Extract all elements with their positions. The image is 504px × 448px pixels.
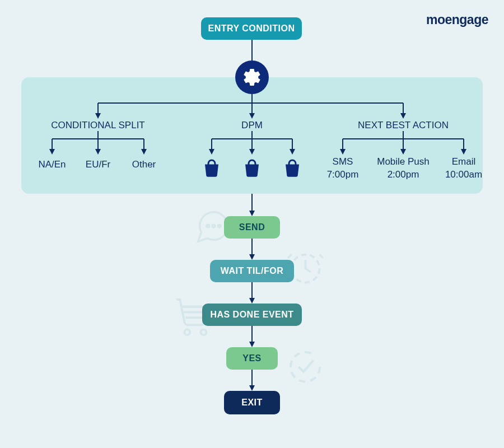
svg-marker-48 bbox=[249, 385, 255, 391]
svg-marker-42 bbox=[249, 254, 255, 260]
svg-marker-40 bbox=[249, 211, 255, 216]
exit-node: EXIT bbox=[224, 391, 280, 414]
flow-diagram: moengage ENTRY CONDITION bbox=[0, 0, 504, 448]
has-done-event-node: HAS DONE EVENT bbox=[202, 304, 302, 326]
send-node: SEND bbox=[224, 216, 280, 239]
yes-node: YES bbox=[226, 347, 278, 370]
svg-marker-46 bbox=[249, 342, 255, 347]
svg-marker-44 bbox=[249, 298, 255, 304]
wait-node: WAIT TIL/FOR bbox=[210, 260, 294, 282]
